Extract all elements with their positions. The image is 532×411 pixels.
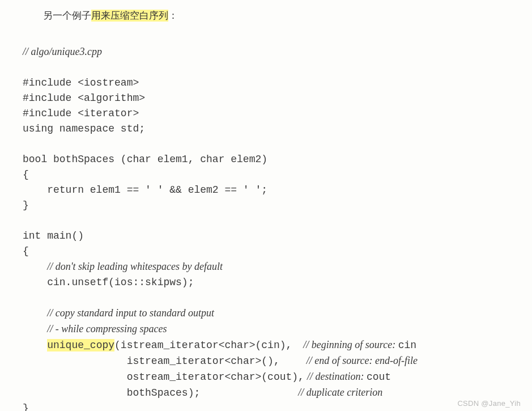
- brace-open: {: [23, 169, 29, 180]
- page: 另一个例子用来压缩空白序列： // algo/unique3.cpp #incl…: [0, 0, 532, 411]
- brace-open: {: [23, 245, 29, 257]
- func-sig: bool bothSpaces (char elem1, char elem2): [23, 154, 267, 165]
- include-line: #include <iostream>: [23, 77, 139, 88]
- call-l4-cmt: // duplicate criterion: [298, 385, 382, 400]
- main-sig: int main(): [23, 230, 84, 241]
- call-l2-cmt: // end of source: end-of-file: [307, 353, 418, 368]
- call-l1-cmt-ital: // beginning of source:: [303, 339, 398, 350]
- call-line-4: bothSpaces);// duplicate criterion: [23, 385, 509, 401]
- comment-line: // don't skip leading whitespaces by def…: [47, 261, 223, 272]
- call-l1-cmt-mono: cin: [398, 340, 416, 351]
- call-line-1: unique_copy(istream_iterator<char>(cin),…: [23, 337, 509, 353]
- call-l3-cmt-ital: // destination:: [307, 371, 367, 382]
- comment-line: // - while compressing spaces: [47, 323, 167, 334]
- call-l4-code: bothSpaces);: [47, 387, 200, 399]
- brace-close: }: [23, 402, 29, 411]
- call-l2-code: istream_iterator<char>(),: [47, 355, 279, 367]
- intro-text: 另一个例子用来压缩空白序列：: [43, 9, 509, 22]
- func-body: return elem1 == ' ' && elem2 == ' ';: [23, 184, 267, 196]
- comment-line: // copy standard input to standard outpu…: [47, 307, 214, 319]
- using-line: using namespace std;: [23, 123, 145, 134]
- intro-highlight: 用来压缩空白序列: [91, 10, 168, 22]
- main-line1: cin.unsetf(ios::skipws);: [47, 277, 194, 288]
- intro-suffix: ：: [168, 10, 178, 21]
- call-l3-cmt-mono: cout: [367, 371, 391, 383]
- call-line-3: ostream_iterator<char>(cout),// destinat…: [23, 369, 509, 385]
- watermark: CSDN @Jane_Yih: [457, 399, 521, 408]
- code-block: // algo/unique3.cpp #include <iostream> …: [23, 29, 509, 411]
- call-l3-code: ostream_iterator<char>(cout),: [47, 371, 304, 383]
- file-comment: // algo/unique3.cpp: [23, 46, 102, 57]
- include-line: #include <algorithm>: [23, 92, 145, 104]
- intro-prefix: 另一个例子: [43, 10, 91, 21]
- call-l1-code: (istream_iterator<char>(cin),: [114, 340, 292, 351]
- brace-close: }: [23, 200, 29, 211]
- call-line-2: istream_iterator<char>(),// end of sourc…: [23, 353, 509, 369]
- include-line: #include <iterator>: [23, 108, 139, 119]
- unique-copy-highlight: unique_copy: [47, 339, 114, 351]
